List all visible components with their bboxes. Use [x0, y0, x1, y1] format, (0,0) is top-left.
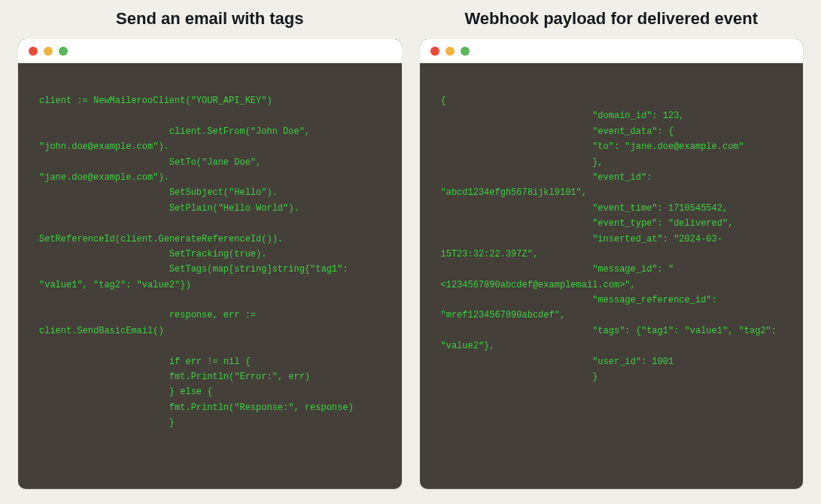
code-window-left: client := NewMailerooClient("YOUR_API_KE…: [18, 39, 402, 489]
code-block-left: client := NewMailerooClient("YOUR_API_KE…: [39, 93, 381, 431]
minimize-icon: [44, 47, 53, 56]
code-block-right: { "domain_id": 123, "event_data": { "to"…: [441, 93, 783, 384]
minimize-icon: [445, 47, 455, 56]
window-titlebar-right: [420, 39, 804, 63]
zoom-icon: [59, 47, 68, 56]
zoom-icon: [461, 47, 470, 56]
close-icon: [29, 47, 38, 56]
close-icon: [430, 47, 439, 56]
code-window-right: { "domain_id": 123, "event_data": { "to"…: [420, 39, 804, 489]
panel-title-right: Webhook payload for delivered event: [420, 0, 804, 39]
window-titlebar-left: [18, 39, 402, 63]
panel-send-email: Send an email with tags client := NewMai…: [18, 0, 402, 489]
panel-webhook-payload: Webhook payload for delivered event { "d…: [420, 0, 804, 489]
panel-title-left: Send an email with tags: [18, 0, 402, 39]
code-area-left: client := NewMailerooClient("YOUR_API_KE…: [18, 63, 402, 489]
code-area-right: { "domain_id": 123, "event_data": { "to"…: [420, 63, 804, 489]
